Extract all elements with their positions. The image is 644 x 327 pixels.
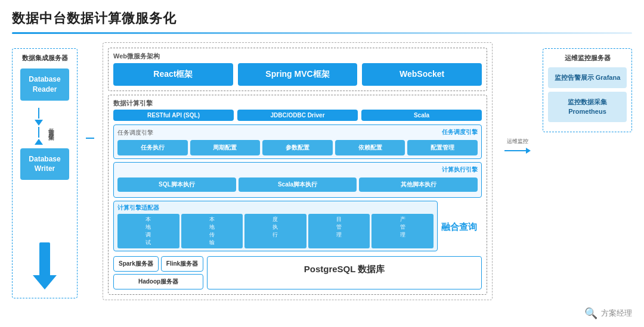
web-box-react: React框架	[113, 63, 233, 86]
api-row: RESTful API (SQL) JDBC/ODBC Driver Scala	[113, 110, 482, 121]
spark-box: Spark服务器	[113, 256, 159, 272]
center-panel: Web微服务架构 React框架 Spring MVC框架 WebSocket …	[103, 42, 493, 300]
calc-box-2: 其他脚本执行	[359, 177, 478, 192]
adapter-col-0: 本地调试	[117, 214, 179, 248]
arrow-label: 运维监控	[507, 138, 528, 145]
adapter-label: 计算引擎适配器	[117, 204, 434, 212]
left-panel-title: 数据集成服务器	[22, 54, 68, 63]
calc-box-1: Scala脚本执行	[239, 177, 357, 192]
engine-section-label: 数据计算引擎	[113, 99, 482, 108]
ops-panel: 运维监控服务器 监控告警展示 Grafana 监控数据采集 Prometheus	[543, 48, 632, 132]
task-schedule-section: 任务调度引擎 任务调度引擎 任务执行 周期配置 参数配置 依赖配置 配置管理	[113, 124, 482, 159]
adapter-col-3: 目管理	[308, 214, 370, 248]
task-box-2: 参数配置	[262, 140, 333, 155]
main-layout: 数据集成服务器 DatabaseReader 任务调度 存储采集 Databas…	[12, 42, 632, 300]
fusion-label: 融合查询	[441, 222, 482, 233]
calc-row: SQL脚本执行 Scala脚本执行 其他脚本执行	[117, 177, 478, 192]
engine-section: 数据计算引擎 RESTful API (SQL) JDBC/ODBC Drive…	[108, 95, 487, 295]
watermark: 🔍 方案经理	[584, 307, 632, 320]
adapter-row: 本地调试 本地传输 度执行 目管理 产管理	[117, 214, 434, 248]
task-section-title: 任务调度引擎	[442, 128, 478, 136]
ops-title: 运维监控服务器	[548, 54, 627, 63]
center-to-right-arrow: 运维监控	[500, 138, 535, 154]
right-section: 运维监控服务器 监控告警展示 Grafana 监控数据采集 Prometheus	[543, 42, 632, 132]
arrow-down-1	[35, 120, 43, 126]
api-box-scala: Scala	[361, 110, 482, 121]
task-row: 任务执行 周期配置 参数配置 依赖配置 配置管理	[117, 140, 478, 155]
adapter-col-2: 度执行	[244, 214, 306, 248]
data-integration-server: 数据集成服务器 DatabaseReader 任务调度 存储采集 Databas…	[12, 48, 78, 298]
api-box-jdbc: JDBC/ODBC Driver	[237, 110, 358, 121]
web-section: Web微服务架构 React框架 Spring MVC框架 WebSocket	[108, 48, 487, 91]
calc-section-title: 计算执行引擎	[442, 166, 478, 174]
flink-box: Flink服务器	[161, 256, 203, 272]
web-boxes: React框架 Spring MVC框架 WebSocket	[113, 63, 482, 86]
page-title: 数据中台数据计算微服务化	[12, 10, 632, 27]
watermark-text: 方案经理	[601, 308, 632, 319]
left-to-center-arrow	[85, 138, 95, 139]
hadoop-box: Hadoop服务器	[113, 274, 203, 289]
calc-section: 计算执行引擎 SQL脚本执行 Scala脚本执行 其他脚本执行	[113, 162, 482, 198]
database-writer-box: DatabaseWriter	[20, 148, 69, 180]
task-box-1: 周期配置	[190, 140, 261, 155]
task-schedule-label: 任务调度引擎	[117, 129, 153, 137]
watermark-icon: 🔍	[584, 307, 597, 320]
grafana-box: 监控告警展示 Grafana	[548, 67, 627, 88]
task-box-4: 配置管理	[407, 140, 478, 155]
postgresql-box: PostgreSQL 数据库	[207, 256, 482, 289]
prometheus-box: 监控数据采集 Prometheus	[548, 92, 627, 122]
web-box-websocket: WebSocket	[362, 63, 482, 86]
web-box-spring: Spring MVC框架	[238, 63, 358, 86]
bottom-mini-row: Spark服务器 Flink服务器	[113, 256, 203, 272]
bottom-boxes-left: Spark服务器 Flink服务器 Hadoop服务器	[113, 256, 203, 289]
database-reader-box: DatabaseReader	[20, 68, 69, 101]
api-box-rest: RESTful API (SQL)	[113, 110, 234, 121]
arrow-up-1	[35, 139, 43, 145]
title-underline	[12, 32, 632, 34]
bottom-row: Spark服务器 Flink服务器 Hadoop服务器 PostgreSQL 数…	[113, 256, 482, 289]
adapter-col-1: 本地传输	[181, 214, 243, 248]
task-box-0: 任务执行	[117, 140, 188, 155]
label-back: 存储采集	[47, 128, 55, 130]
label-forward: 任务调度	[47, 123, 55, 126]
web-section-label: Web微服务架构	[113, 52, 482, 61]
adapter-section: 计算引擎适配器 本地调试 本地传输 度执行 目管理 产管理	[113, 201, 438, 251]
calc-box-0: SQL脚本执行	[117, 177, 236, 192]
task-box-3: 依赖配置	[335, 140, 405, 155]
adapter-col-4: 产管理	[371, 214, 434, 248]
